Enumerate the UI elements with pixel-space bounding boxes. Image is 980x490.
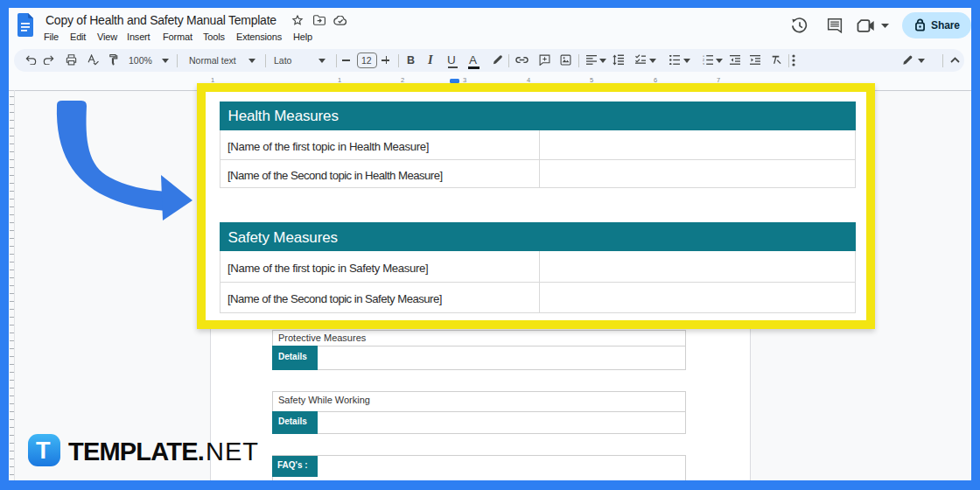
svg-text:1: 1 bbox=[703, 55, 704, 58]
svg-text:3: 3 bbox=[703, 63, 704, 65]
svg-text:2: 2 bbox=[703, 59, 704, 62]
